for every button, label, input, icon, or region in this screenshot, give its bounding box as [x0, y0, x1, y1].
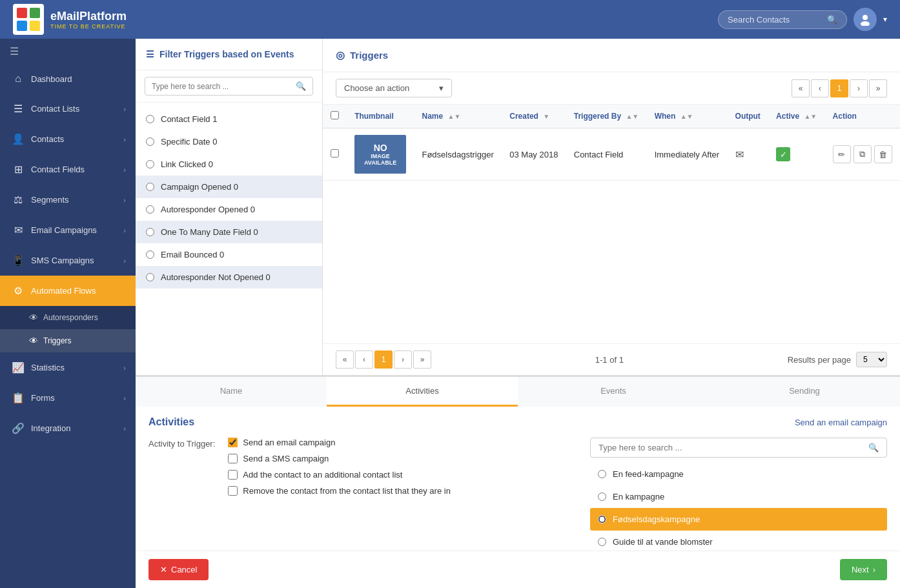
email-campaigns-icon: ✉ [12, 224, 25, 236]
dashboard-icon: ⌂ [12, 73, 25, 85]
campaign-radio[interactable] [598, 515, 606, 523]
sidebar-sub-label: Autoresponders [43, 313, 98, 322]
filter-radio[interactable] [146, 160, 154, 168]
campaign-item-guide[interactable]: Guide til at vande blomster [590, 531, 887, 551]
sidebar-item-label: Automated Flows [31, 286, 96, 296]
delete-button[interactable]: 🗑 [874, 145, 892, 163]
cancel-button[interactable]: ✕ Cancel [148, 559, 209, 580]
filter-item-campaign-opened[interactable]: Campaign Opened 0 [136, 176, 322, 198]
next-icon: › [873, 565, 875, 574]
triggers-title: Triggers [350, 50, 388, 61]
bottom-content: Activities Send an email campaign Activi… [136, 407, 900, 588]
sidebar-item-segments[interactable]: ⚖ Segments › [0, 185, 136, 215]
campaign-radio[interactable] [598, 470, 606, 478]
filter-search-box[interactable]: 🔍 [145, 77, 313, 96]
sidebar-item-automated-flows[interactable]: ⚙ Automated Flows [0, 276, 136, 306]
col-action: Action [825, 105, 900, 128]
filter-panel-title: Filter Triggers based on Events [159, 49, 294, 59]
per-page-select[interactable]: 5 10 25 [856, 352, 887, 367]
filter-item-label: Autoresponder Opened 0 [161, 205, 255, 214]
campaign-search-box[interactable]: 🔍 [590, 438, 887, 458]
filter-item-email-bounced[interactable]: Email Bounced 0 [136, 243, 322, 266]
sidebar-collapse-button[interactable]: ☰ [0, 39, 136, 64]
filter-radio[interactable] [146, 250, 154, 259]
search-input[interactable] [728, 15, 822, 25]
filter-radio[interactable] [146, 115, 154, 123]
pagination-last[interactable]: » [869, 79, 887, 97]
user-chevron[interactable]: ▾ [883, 15, 887, 24]
pagination-first[interactable]: « [792, 79, 810, 97]
cb-item-remove-list[interactable]: Remove the contact from the contact list… [228, 486, 451, 496]
cb-item-sms[interactable]: Send a SMS campaign [228, 454, 451, 463]
user-avatar[interactable] [854, 8, 877, 31]
cb-remove-list-checkbox[interactable] [228, 486, 238, 496]
col-thumbnail: Thumbnail [347, 105, 414, 128]
pagination-next-bottom[interactable]: › [394, 350, 412, 369]
filter-radio[interactable] [146, 137, 154, 146]
sidebar-item-statistics[interactable]: 📈 Statistics › [0, 352, 136, 383]
cb-add-list-checkbox[interactable] [228, 470, 238, 480]
pagination-current[interactable]: 1 [830, 79, 848, 97]
campaign-item-feed[interactable]: En feed-kampagne [590, 463, 887, 485]
pagination-current-bottom[interactable]: 1 [374, 350, 393, 369]
sidebar-item-sms-campaigns[interactable]: 📱 SMS Campaigns › [0, 245, 136, 276]
sidebar-sub-item-triggers[interactable]: 👁 Triggers [0, 329, 136, 352]
filter-radio[interactable] [146, 205, 154, 214]
sidebar-item-contacts[interactable]: 👤 Contacts › [0, 124, 136, 154]
campaign-item-fodselsdag[interactable]: Fødselsdagskampagne [590, 508, 887, 531]
chevron-right-icon: › [123, 105, 126, 113]
action-dropdown[interactable]: Choose an action ▾ [336, 79, 452, 97]
sidebar-item-forms[interactable]: 📋 Forms › [0, 383, 136, 413]
filter-radio[interactable] [146, 228, 154, 236]
pagination-prev[interactable]: ‹ [811, 79, 829, 97]
filter-item-one-to-many[interactable]: One To Many Date Field 0 [136, 221, 322, 243]
sidebar-sub-item-autoresponders[interactable]: 👁 Autoresponders [0, 306, 136, 329]
filter-radio[interactable] [146, 273, 154, 281]
campaign-search-input[interactable] [598, 443, 863, 452]
row-checkbox[interactable] [331, 149, 339, 157]
pagination-last-bottom[interactable]: » [413, 350, 431, 369]
email-output-icon: ✉ [735, 149, 744, 160]
copy-button[interactable]: ⧉ [854, 145, 872, 163]
select-all-checkbox[interactable] [331, 111, 339, 119]
campaign-radio[interactable] [598, 492, 606, 501]
cb-sms-checkbox[interactable] [228, 454, 238, 463]
search-contacts-box[interactable]: 🔍 [718, 10, 847, 29]
sidebar-item-dashboard[interactable]: ⌂ Dashboard [0, 64, 136, 94]
filter-item-link-clicked[interactable]: Link Clicked 0 [136, 153, 322, 176]
campaign-label: En kampagne [613, 492, 664, 502]
sidebar-item-integration[interactable]: 🔗 Integration › [0, 413, 136, 443]
cb-email-checkbox[interactable] [228, 438, 238, 447]
filter-search-input[interactable] [152, 82, 292, 91]
filter-item-label: Specific Date 0 [161, 137, 217, 147]
filter-radio[interactable] [146, 183, 154, 191]
sidebar-item-contact-lists[interactable]: ☰ Contact Lists › [0, 94, 136, 124]
content-area: ☰ Filter Triggers based on Events 🔍 Cont… [136, 39, 900, 588]
svg-point-4 [863, 15, 868, 20]
tab-sending[interactable]: Sending [709, 377, 900, 407]
tab-name[interactable]: Name [136, 377, 327, 407]
tab-events[interactable]: Events [518, 377, 709, 407]
tab-activities[interactable]: Activities [327, 377, 518, 407]
cb-item-email[interactable]: Send an email campaign [228, 438, 451, 447]
campaign-item-kampagne[interactable]: En kampagne [590, 485, 887, 508]
filter-item-autoresponder-opened[interactable]: Autoresponder Opened 0 [136, 198, 322, 221]
sidebar-item-contact-fields[interactable]: ⊞ Contact Fields › [0, 154, 136, 185]
filter-item-contact-field[interactable]: Contact Field 1 [136, 108, 322, 130]
filter-item-autoresponder-not-opened[interactable]: Autoresponder Not Opened 0 [136, 266, 322, 289]
edit-button[interactable]: ✏ [833, 145, 851, 163]
sidebar-item-email-campaigns[interactable]: ✉ Email Campaigns › [0, 215, 136, 245]
campaign-radio[interactable] [598, 538, 606, 546]
pagination-next[interactable]: › [850, 79, 868, 97]
send-email-campaign-link[interactable]: Send an email campaign [795, 418, 887, 427]
filter-item-specific-date[interactable]: Specific Date 0 [136, 130, 322, 153]
pagination-first-bottom[interactable]: « [336, 350, 354, 369]
triggers-toolbar: Choose an action ▾ « ‹ 1 › » [323, 72, 900, 105]
cb-email-label: Send an email campaign [243, 438, 335, 447]
campaign-search-icon: 🔍 [868, 443, 879, 452]
search-icon: 🔍 [827, 15, 837, 25]
cb-item-add-list[interactable]: Add the contact to an additional contact… [228, 470, 451, 480]
next-button[interactable]: Next › [840, 559, 887, 580]
pagination-prev-bottom[interactable]: ‹ [355, 350, 373, 369]
chevron-right-icon: › [123, 364, 126, 372]
